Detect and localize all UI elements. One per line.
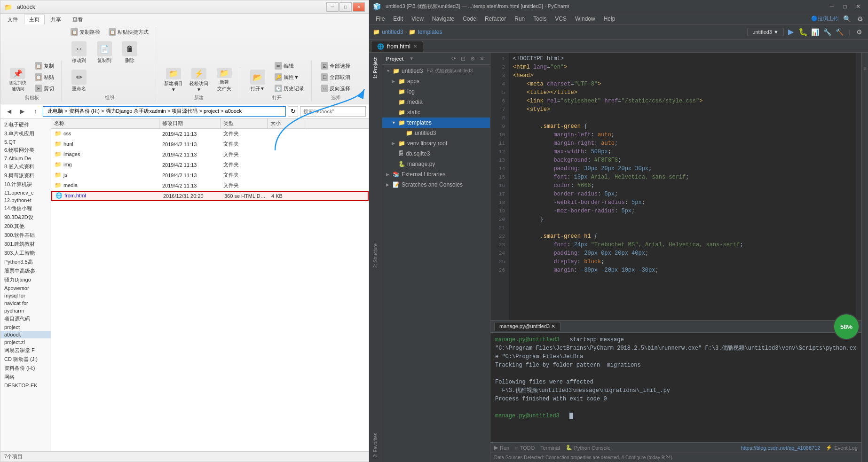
sidebar-item-wechat[interactable]: 14.微信小程 bbox=[0, 204, 51, 213]
collapse-all-button[interactable]: ⊟ bbox=[459, 55, 467, 63]
tree-item-apps[interactable]: ▶ 📁 apps bbox=[382, 76, 490, 86]
paste-shortcut-button[interactable]: 📋粘贴快捷方式 bbox=[105, 27, 152, 37]
status-terminal-item[interactable]: Terminal bbox=[540, 445, 560, 451]
sidebar-item-qt[interactable]: 5.QT bbox=[0, 138, 51, 146]
sidebar-item-navicat[interactable]: navicat for bbox=[0, 299, 51, 307]
menu-tools[interactable]: Tools bbox=[529, 15, 550, 23]
tab-fromhtml-close[interactable]: ✕ bbox=[413, 44, 417, 49]
file-item-css[interactable]: 📁css 2019/4/2 11:13 文件夹 bbox=[51, 129, 369, 139]
profile-button[interactable]: 🔧 bbox=[822, 27, 833, 37]
build-button[interactable]: 🔨 bbox=[835, 27, 845, 37]
ribbon-tab-view[interactable]: 查看 bbox=[67, 15, 88, 24]
status-event-log[interactable]: ⚡ Event Log bbox=[826, 445, 858, 451]
sidebar-item-django[interactable]: 骚力Django bbox=[0, 275, 51, 284]
coverage-button[interactable]: 📊 bbox=[810, 27, 821, 37]
tree-item-untitled3-sub[interactable]: 📁 untitled3 bbox=[382, 128, 490, 138]
select-all-button[interactable]: ☑全部选择 bbox=[317, 61, 354, 71]
sidebar-item-stock[interactable]: 股票中高级参 bbox=[0, 266, 51, 275]
sidebar-item-desktop[interactable]: DESKTOP-EK bbox=[0, 382, 51, 389]
sidebar-item-ai[interactable]: 303.人工智能 bbox=[0, 249, 51, 258]
history-button[interactable]: 🕒历史记录 bbox=[271, 83, 308, 94]
minimize-button[interactable]: ─ bbox=[326, 2, 339, 12]
panel-settings-button[interactable]: ⚙ bbox=[468, 55, 477, 63]
col-date-header[interactable]: 修改日期 bbox=[159, 118, 221, 128]
structure-panel-label[interactable]: 2: Structure bbox=[372, 241, 379, 271]
pc-close-button[interactable]: ✕ bbox=[852, 2, 864, 11]
copy-to-button[interactable]: 📄 复制到 bbox=[93, 39, 116, 65]
status-csdn-link[interactable]: https://blog.csdn.net/qq_41068712 bbox=[741, 445, 821, 451]
hide-panel-button[interactable]: ✕ bbox=[478, 55, 486, 63]
sidebar-item-network[interactable]: 网络 bbox=[0, 373, 51, 382]
sidebar-item-3d[interactable]: 90.3D&2D设 bbox=[0, 213, 51, 222]
sidebar-item-py35[interactable]: Python3.5高 bbox=[0, 258, 51, 266]
tree-item-scratches[interactable]: ▶ 📝 Scratches and Consoles bbox=[382, 180, 490, 190]
up-button[interactable]: ↑ bbox=[30, 106, 41, 117]
menu-edit[interactable]: Edit bbox=[389, 15, 407, 23]
code-content[interactable]: <!DOCTYPE html> <html lang="en"> <head> … bbox=[509, 53, 856, 320]
copy-button[interactable]: 📋复制 bbox=[32, 61, 57, 71]
green-badge[interactable]: 58% bbox=[833, 313, 860, 340]
properties-button[interactable]: 🔑属性▼ bbox=[271, 72, 308, 82]
pc-maximize-button[interactable]: □ bbox=[839, 2, 851, 11]
menu-file[interactable]: File bbox=[372, 15, 388, 23]
sidebar-item-software[interactable]: 300.软件基础 bbox=[0, 231, 51, 240]
code-editor[interactable]: 1 2 3 4 5 6 7 8 9 10 11 12 13 14 bbox=[490, 53, 861, 320]
paste-button[interactable]: 📋粘贴 bbox=[32, 72, 57, 82]
sync-panel-button[interactable]: ⟳ bbox=[450, 55, 458, 63]
tree-item-external-libs[interactable]: ▶ 📚 External Libraries bbox=[382, 169, 490, 180]
tree-item-log[interactable]: 📁 log bbox=[382, 86, 490, 97]
cut-button[interactable]: ✂剪切 bbox=[32, 83, 57, 94]
file-item-images[interactable]: 📁images 2019/4/2 11:13 文件夹 bbox=[51, 149, 369, 160]
sidebar-item-rpi[interactable]: 9.树莓派资料 bbox=[0, 171, 51, 180]
breadcrumb-project[interactable]: untitled3 bbox=[382, 29, 403, 35]
editor-scrollbar[interactable] bbox=[856, 53, 861, 320]
menu-vcs[interactable]: VCS bbox=[551, 15, 570, 23]
col-type-header[interactable]: 类型 bbox=[221, 118, 268, 128]
run-config-dropdown[interactable]: untitled3 ▼ bbox=[747, 28, 784, 36]
sidebar-item-projectzip[interactable]: project.zi bbox=[0, 338, 51, 346]
delete-button[interactable]: 🗑 删除 bbox=[118, 39, 142, 65]
sidebar-item-electronics[interactable]: 2.电子硬件 bbox=[0, 120, 51, 129]
col-name-header[interactable]: 名称 bbox=[51, 118, 159, 128]
file-item-media[interactable]: 📁media 2019/4/2 11:13 文件夹 bbox=[51, 180, 369, 191]
sidebar-item-pycharm[interactable]: pycharm bbox=[0, 307, 51, 314]
menu-help[interactable]: Help bbox=[600, 15, 619, 23]
refresh-button[interactable]: ↻ bbox=[288, 106, 298, 117]
tree-item-static[interactable]: 📁 static bbox=[382, 107, 490, 117]
sidebar-item-project[interactable]: project bbox=[0, 323, 51, 331]
deselect-all-button[interactable]: ☐全部取消 bbox=[317, 72, 354, 82]
favorites-panel-label[interactable]: 2: Favorites bbox=[372, 430, 379, 460]
ribbon-tab-share[interactable]: 共享 bbox=[46, 15, 66, 24]
ribbon-tab-home[interactable]: 主页 bbox=[24, 15, 45, 24]
rename-button[interactable]: ✏ 重命名 bbox=[67, 67, 91, 94]
sidebar-item-iot[interactable]: 6.物联网分类 bbox=[0, 146, 51, 155]
tree-item-sqlite[interactable]: 🗄 db.sqlite3 bbox=[382, 149, 490, 159]
run-button[interactable]: ▶ bbox=[786, 27, 796, 37]
sidebar-item-mysql[interactable]: mysql for bbox=[0, 292, 51, 299]
new-item-button[interactable]: 📁 新建项目▼ bbox=[162, 67, 185, 94]
menu-view[interactable]: View bbox=[408, 15, 427, 23]
move-to-button[interactable]: ↔ 移动到 bbox=[67, 39, 91, 65]
sidebar-item-backup[interactable]: 资料备份 (H:) bbox=[0, 364, 51, 373]
copy-path-button[interactable]: 📋复制路径 bbox=[67, 27, 103, 37]
sidebar-item-other[interactable]: 200.其他 bbox=[0, 222, 51, 231]
menu-run[interactable]: Run bbox=[511, 15, 529, 23]
sidebar-item-cd[interactable]: CD 驱动器 (J:) bbox=[0, 355, 51, 364]
close-button[interactable]: ✕ bbox=[353, 2, 365, 12]
easy-access-button[interactable]: ⚡ 轻松访问▼ bbox=[187, 67, 211, 94]
open-button[interactable]: 📂 打开▼ bbox=[246, 67, 269, 94]
menu-code[interactable]: Code bbox=[459, 15, 480, 23]
toolbar-settings-btn[interactable]: ⚙ bbox=[854, 27, 864, 37]
tree-item-templates[interactable]: ▼ 📁 templates bbox=[382, 117, 490, 128]
search-everywhere-button[interactable]: 🔍 bbox=[842, 14, 852, 24]
debug-button[interactable]: 🐛 bbox=[798, 27, 808, 37]
invert-selection-button[interactable]: ↔反向选择 bbox=[317, 83, 354, 94]
tree-item-media-pycharm[interactable]: 📁 media bbox=[382, 97, 490, 107]
sidebar-item-cs[interactable]: 10.计算机课 bbox=[0, 180, 51, 189]
sidebar-item-source[interactable]: 项目源代码 bbox=[0, 314, 51, 323]
sidebar-item-python[interactable]: 12.python+t bbox=[0, 196, 51, 204]
tree-item-venv[interactable]: ▶ 📁 venv library root bbox=[382, 138, 490, 149]
tree-item-manage[interactable]: 🐍 manage.py bbox=[382, 159, 490, 169]
back-button[interactable]: ◀ bbox=[3, 106, 15, 117]
right-bar-btn1[interactable]: ⊞ bbox=[862, 55, 868, 83]
